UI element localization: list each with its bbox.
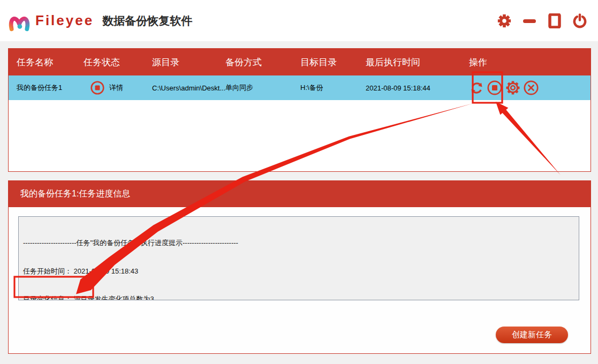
status-detail-link[interactable]: 详情 [109, 83, 123, 93]
minimize-icon[interactable] [522, 13, 537, 28]
progress-panel: 我的备份任务1:任务进度信息 -----------------------任务… [8, 180, 591, 354]
power-icon[interactable] [572, 13, 587, 28]
operations-cell [469, 80, 591, 95]
stop-icon [90, 81, 104, 95]
log-line: 任务开始时间： 2021-08-09 15:18:43 [23, 267, 574, 276]
create-task-button[interactable]: 创建新任务 [496, 327, 568, 343]
app-title: 数据备份恢复软件 [102, 13, 192, 28]
task-name: 我的备份任务1 [17, 83, 84, 93]
log-line: 目录变化信息： 源目录发生变化项总数为3 [23, 294, 574, 300]
col-task-name: 任务名称 [17, 56, 84, 69]
col-last-run: 最后执行时间 [366, 56, 469, 69]
task-table-panel: 任务名称 任务状态 源目录 备份方式 目标目录 最后执行时间 操作 我的备份任务… [8, 48, 591, 172]
col-target-dir: 目标目录 [300, 56, 366, 69]
stop-icon[interactable] [487, 80, 502, 95]
maximize-icon[interactable] [547, 13, 562, 28]
target-dir: H:\备份 [300, 83, 366, 93]
log-line: -----------------------任务"我的备份任务1"执行进度提示… [23, 238, 574, 248]
col-task-status: 任务状态 [84, 56, 152, 69]
table-header: 任务名称 任务状态 源目录 备份方式 目标目录 最后执行时间 操作 [9, 49, 591, 75]
col-backup-mode: 备份方式 [225, 56, 300, 69]
backup-mode: 单向同步 [225, 83, 300, 93]
last-run-time: 2021-08-09 15:18:44 [366, 84, 469, 92]
titlebar: Fileyee 数据备份恢复软件 [0, 0, 598, 41]
app-window: Fileyee 数据备份恢复软件 [0, 0, 598, 364]
table-row[interactable]: 我的备份任务1 详情 C:\Users\admin\Deskt... 单向同步 … [9, 75, 591, 100]
fileyee-logo-icon [7, 10, 31, 32]
progress-log: -----------------------任务"我的备份任务1"执行进度提示… [18, 216, 579, 300]
progress-title: 我的备份任务1:任务进度信息 [9, 181, 591, 207]
gear-icon[interactable] [505, 80, 520, 95]
window-controls [497, 13, 587, 28]
task-status-cell: 详情 [84, 81, 152, 95]
source-dir: C:\Users\admin\Deskt... [152, 84, 225, 92]
brand-name: Fileyee [35, 12, 94, 29]
sync-icon[interactable] [469, 80, 484, 95]
col-operations: 操作 [469, 56, 591, 69]
settings-gear-icon[interactable] [497, 13, 512, 28]
col-source-dir: 源目录 [152, 56, 225, 69]
cancel-icon[interactable] [524, 80, 539, 95]
